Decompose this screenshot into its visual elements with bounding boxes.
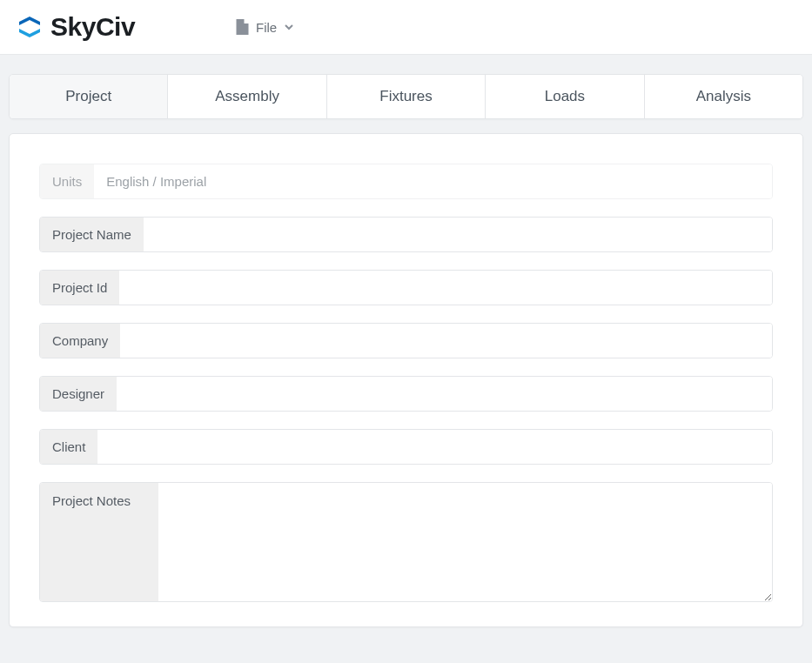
company-input[interactable]	[120, 324, 772, 358]
designer-label: Designer	[40, 377, 117, 411]
project-id-label: Project Id	[40, 271, 119, 305]
tab-label: Assembly	[215, 88, 279, 104]
project-notes-row: Project Notes	[39, 482, 773, 602]
company-label: Company	[40, 324, 120, 358]
project-notes-input[interactable]	[158, 483, 772, 601]
tab-label: Project	[65, 88, 111, 104]
app-header: SkyCiv File	[0, 0, 812, 55]
designer-row: Designer	[39, 376, 773, 412]
project-name-input[interactable]	[144, 218, 772, 251]
tab-loads[interactable]: Loads	[486, 75, 644, 118]
project-id-row: Project Id	[39, 270, 773, 305]
project-name-label: Project Name	[40, 218, 144, 251]
tab-label: Fixtures	[379, 88, 432, 104]
project-id-input[interactable]	[119, 271, 772, 305]
client-label: Client	[40, 430, 97, 464]
tab-project[interactable]: Project	[10, 75, 168, 118]
project-name-row: Project Name	[39, 217, 773, 252]
units-row: Units	[39, 164, 773, 199]
logo: SkyCiv	[16, 12, 229, 42]
client-row: Client	[39, 429, 773, 465]
chevron-down-icon	[284, 22, 294, 32]
page-body: Project Assembly Fixtures Loads Analysis…	[0, 55, 812, 636]
file-menu[interactable]: File	[229, 14, 301, 40]
tab-assembly[interactable]: Assembly	[168, 75, 326, 118]
tab-analysis[interactable]: Analysis	[645, 75, 802, 118]
brand-icon	[16, 14, 44, 40]
units-label: Units	[40, 164, 94, 198]
file-icon	[236, 19, 249, 35]
client-input[interactable]	[97, 430, 772, 464]
tab-label: Loads	[545, 88, 585, 104]
company-row: Company	[39, 323, 773, 358]
tab-row: Project Assembly Fixtures Loads Analysis	[9, 74, 803, 119]
project-notes-label: Project Notes	[40, 483, 158, 601]
tab-fixtures[interactable]: Fixtures	[327, 75, 486, 118]
brand-name: SkyCiv	[50, 12, 135, 42]
designer-input[interactable]	[117, 377, 772, 411]
file-menu-label: File	[256, 20, 277, 35]
tab-label: Analysis	[696, 88, 751, 104]
project-panel: Units Project Name Project Id Company De…	[9, 133, 803, 627]
units-input	[94, 164, 772, 198]
